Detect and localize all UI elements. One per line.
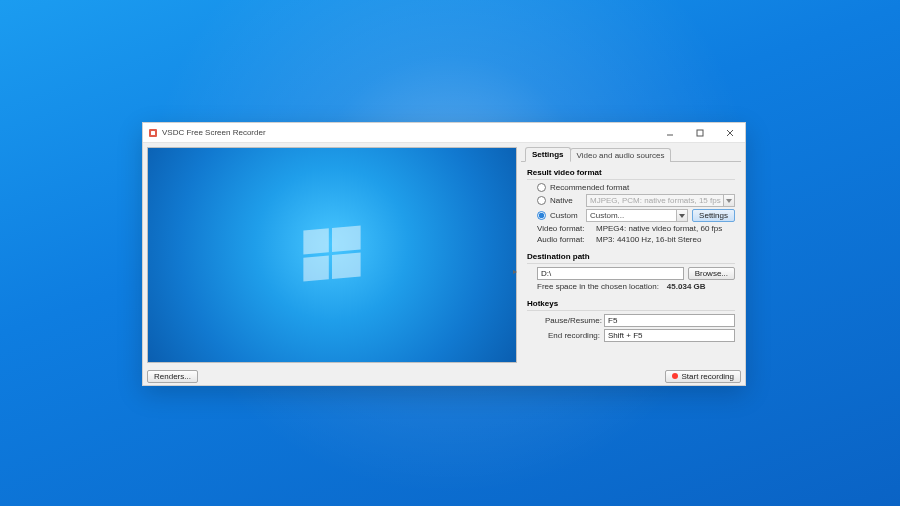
browse-button[interactable]: Browse... (688, 267, 735, 280)
hotkey-pause-input[interactable]: F5 (604, 314, 735, 327)
record-icon (672, 373, 678, 379)
tab-sources[interactable]: Video and audio sources (570, 148, 672, 162)
audio-format-value: MP3: 44100 Hz, 16-bit Stereo (596, 235, 701, 244)
settings-panel: Settings Video and audio sources ▸ Resul… (521, 147, 741, 363)
hotkey-pause-row: Pause/Resume: F5 (545, 314, 735, 327)
custom-format-value: Custom... (590, 211, 624, 220)
window-footer: Renders... Start recording (143, 367, 745, 385)
svg-marker-10 (726, 199, 732, 203)
app-icon (148, 128, 158, 138)
option-custom[interactable]: Custom Custom... Settings (537, 209, 735, 222)
destination-row: D:\ Browse... (537, 267, 735, 280)
option-recommended[interactable]: Recommended format (537, 183, 735, 192)
audio-format-label: Audio format: (537, 235, 592, 244)
start-recording-label: Start recording (682, 372, 734, 381)
maximize-button[interactable] (685, 123, 715, 143)
svg-rect-9 (332, 253, 361, 279)
windows-logo-icon (297, 220, 367, 290)
video-format-value: MPEG4: native video format, 60 fps (596, 224, 722, 233)
svg-marker-11 (679, 214, 685, 218)
radio-custom[interactable] (537, 211, 546, 220)
chevron-down-icon (723, 195, 734, 206)
radio-recommended-label: Recommended format (550, 183, 629, 192)
panel-tabs: Settings Video and audio sources (521, 147, 741, 162)
title-bar[interactable]: VSDC Free Screen Recorder (143, 123, 745, 143)
svg-rect-1 (151, 131, 155, 135)
tab-settings[interactable]: Settings (525, 147, 571, 162)
native-format-dropdown: MJPEG, PCM: native formats, 15 fps (586, 194, 735, 207)
renders-button[interactable]: Renders... (147, 370, 198, 383)
svg-rect-3 (697, 130, 703, 136)
radio-custom-label: Custom (550, 211, 582, 220)
format-settings-button[interactable]: Settings (692, 209, 735, 222)
window-content: Settings Video and audio sources ▸ Resul… (143, 143, 745, 367)
destination-path-input[interactable]: D:\ (537, 267, 684, 280)
window-title: VSDC Free Screen Recorder (162, 128, 655, 137)
collapse-arrow-icon[interactable]: ▸ (513, 268, 517, 276)
radio-native[interactable] (537, 196, 546, 205)
chevron-down-icon[interactable] (676, 210, 687, 221)
start-recording-button[interactable]: Start recording (665, 370, 741, 383)
native-format-value: MJPEG, PCM: native formats, 15 fps (590, 196, 721, 205)
minimize-button[interactable] (655, 123, 685, 143)
svg-rect-7 (332, 226, 361, 252)
app-window: VSDC Free Screen Recorder Settings Video… (142, 122, 746, 386)
section-destination: Destination path (527, 250, 735, 264)
free-space-row: Free space in the chosen location: 45.03… (537, 282, 735, 291)
radio-native-label: Native (550, 196, 582, 205)
section-result-format: Result video format (527, 166, 735, 180)
screen-preview[interactable] (147, 147, 517, 363)
svg-rect-8 (303, 255, 328, 281)
hotkey-end-input[interactable]: Shift + F5 (604, 329, 735, 342)
hotkey-end-label: End recording: (545, 331, 600, 340)
svg-rect-6 (303, 228, 328, 254)
video-format-row: Video format: MPEG4: native video format… (537, 224, 735, 233)
video-format-label: Video format: (537, 224, 592, 233)
free-space-label: Free space in the chosen location: (537, 282, 659, 291)
close-button[interactable] (715, 123, 745, 143)
hotkey-end-row: End recording: Shift + F5 (545, 329, 735, 342)
section-hotkeys: Hotkeys (527, 297, 735, 311)
custom-format-dropdown[interactable]: Custom... (586, 209, 688, 222)
free-space-value: 45.034 GB (667, 282, 706, 291)
audio-format-row: Audio format: MP3: 44100 Hz, 16-bit Ster… (537, 235, 735, 244)
option-native[interactable]: Native MJPEG, PCM: native formats, 15 fp… (537, 194, 735, 207)
hotkey-pause-label: Pause/Resume: (545, 316, 600, 325)
radio-recommended[interactable] (537, 183, 546, 192)
panel-body: ▸ Result video format Recommended format… (521, 162, 741, 363)
